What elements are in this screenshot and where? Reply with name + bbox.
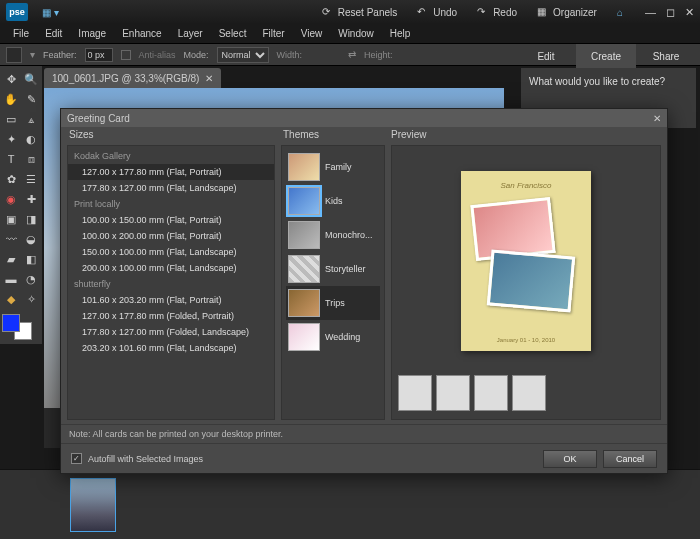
size-option[interactable]: 177.80 x 127.00 mm (Flat, Landscape) xyxy=(68,180,274,196)
cancel-button[interactable]: Cancel xyxy=(603,450,657,468)
themes-list[interactable]: Family Kids Monochro... Storyteller Trip… xyxy=(281,145,385,420)
preview-page-thumb[interactable] xyxy=(512,375,546,411)
document-tab[interactable]: 100_0601.JPG @ 33,3%(RGB/8) ✕ xyxy=(44,68,221,88)
sponge-tool[interactable]: ◆ xyxy=(2,290,20,308)
detail-smart-brush-tool[interactable]: ✧ xyxy=(22,290,40,308)
selection-brush-tool[interactable]: ◐ xyxy=(22,130,40,148)
size-option[interactable]: 203.20 x 101.60 mm (Flat, Landscape) xyxy=(68,340,274,356)
size-option[interactable]: 200.00 x 100.00 mm (Flat, Landscape) xyxy=(68,260,274,276)
zoom-tool[interactable]: 🔍 xyxy=(22,70,40,88)
menu-image[interactable]: Image xyxy=(71,26,113,41)
app-logo: pse xyxy=(6,3,28,21)
magic-wand-tool[interactable]: ✦ xyxy=(2,130,20,148)
width-label: Width: xyxy=(277,50,303,60)
menu-layer[interactable]: Layer xyxy=(171,26,210,41)
theme-option[interactable]: Family xyxy=(286,150,380,184)
mode-select[interactable]: Normal xyxy=(217,47,269,63)
redo-button[interactable]: ↷Redo xyxy=(471,4,523,20)
tab-edit[interactable]: Edit xyxy=(516,44,576,68)
menu-help[interactable]: Help xyxy=(383,26,418,41)
menu-edit[interactable]: Edit xyxy=(38,26,69,41)
theme-option[interactable]: Trips xyxy=(286,286,380,320)
organizer-button[interactable]: ▦Organizer xyxy=(531,4,603,20)
foreground-color-swatch[interactable] xyxy=(2,314,20,332)
themes-header: Themes xyxy=(283,129,391,145)
project-bin xyxy=(0,469,700,539)
clone-stamp-tool[interactable]: ▣ xyxy=(2,210,20,228)
menu-view[interactable]: View xyxy=(294,26,330,41)
menu-window[interactable]: Window xyxy=(331,26,381,41)
color-swatches[interactable] xyxy=(2,314,32,340)
size-option[interactable]: 177.80 x 127.00 mm (Folded, Landscape) xyxy=(68,324,274,340)
paint-bucket-tool[interactable]: ▰ xyxy=(2,250,20,268)
size-group: shutterfly xyxy=(68,276,274,292)
maximize-button[interactable]: ◻ xyxy=(666,6,675,19)
current-tool-icon[interactable] xyxy=(6,47,22,63)
smart-brush-tool[interactable]: ◒ xyxy=(22,230,40,248)
preview-pane: San Francisco January 01 - 10, 2010 xyxy=(391,145,661,420)
preview-page-thumb[interactable] xyxy=(436,375,470,411)
preview-page-thumb[interactable] xyxy=(474,375,508,411)
minimize-button[interactable]: — xyxy=(645,6,656,19)
blur-tool[interactable]: ◔ xyxy=(22,270,40,288)
feather-input[interactable] xyxy=(85,48,113,62)
menu-select[interactable]: Select xyxy=(212,26,254,41)
sizes-list[interactable]: Kodak Gallery 127.00 x 177.80 mm (Flat, … xyxy=(67,145,275,420)
sizes-header: Sizes xyxy=(69,129,283,145)
eyedropper-tool[interactable]: ✎ xyxy=(22,90,40,108)
lasso-tool[interactable]: ⟁ xyxy=(22,110,40,128)
spot-heal-tool[interactable]: ✚ xyxy=(22,190,40,208)
marquee-tool[interactable]: ▭ xyxy=(2,110,20,128)
titlebar: pse ▦ ▾ ⟳Reset Panels ↶Undo ↷Redo ▦Organ… xyxy=(0,0,700,24)
crop-tool[interactable]: ⧈ xyxy=(22,150,40,168)
bin-thumbnail[interactable] xyxy=(70,478,116,532)
hand-tool[interactable]: ✋ xyxy=(2,90,20,108)
cookie-cutter-tool[interactable]: ✿ xyxy=(2,170,20,188)
menu-filter[interactable]: Filter xyxy=(255,26,291,41)
redo-icon: ↷ xyxy=(477,6,489,18)
menu-file[interactable]: File xyxy=(6,26,36,41)
swap-icon[interactable]: ⇄ xyxy=(348,49,356,60)
size-option[interactable]: 150.00 x 100.00 mm (Flat, Landscape) xyxy=(68,244,274,260)
straighten-tool[interactable]: ☰ xyxy=(22,170,40,188)
mode-label: Mode: xyxy=(184,50,209,60)
theme-thumb xyxy=(288,323,320,351)
size-option[interactable]: 100.00 x 150.00 mm (Flat, Portrait) xyxy=(68,212,274,228)
dialog-close-icon[interactable]: ✕ xyxy=(653,113,661,124)
undo-icon: ↶ xyxy=(417,6,429,18)
antialias-label: Anti-alias xyxy=(139,50,176,60)
shape-tool[interactable]: ▬ xyxy=(2,270,20,288)
autofill-checkbox[interactable]: ✓ xyxy=(71,453,82,464)
gradient-tool[interactable]: ◧ xyxy=(22,250,40,268)
preview-page-thumb[interactable] xyxy=(398,375,432,411)
undo-button[interactable]: ↶Undo xyxy=(411,4,463,20)
document-close-icon[interactable]: ✕ xyxy=(205,73,213,84)
grid-icon: ▦ xyxy=(537,6,549,18)
theme-thumb xyxy=(288,221,320,249)
card-title: San Francisco xyxy=(461,181,591,190)
tab-share[interactable]: Share xyxy=(636,44,696,68)
theme-option[interactable]: Kids xyxy=(286,184,380,218)
type-tool[interactable]: T xyxy=(2,150,20,168)
reset-panels-button[interactable]: ⟳Reset Panels xyxy=(316,4,403,20)
workspace-dropdown-icon[interactable]: ▦ ▾ xyxy=(36,5,65,20)
menu-enhance[interactable]: Enhance xyxy=(115,26,168,41)
theme-thumb xyxy=(288,289,320,317)
size-option[interactable]: 100.00 x 200.00 mm (Flat, Portrait) xyxy=(68,228,274,244)
theme-option[interactable]: Storyteller xyxy=(286,252,380,286)
tab-create[interactable]: Create xyxy=(576,44,636,68)
size-option[interactable]: 127.00 x 177.80 mm (Folded, Portrait) xyxy=(68,308,274,324)
size-option[interactable]: 127.00 x 177.80 mm (Flat, Portrait) xyxy=(68,164,274,180)
ok-button[interactable]: OK xyxy=(543,450,597,468)
brush-tool[interactable]: 〰 xyxy=(2,230,20,248)
theme-option[interactable]: Wedding xyxy=(286,320,380,354)
dialog-titlebar[interactable]: Greeting Card ✕ xyxy=(61,109,667,127)
close-button[interactable]: ✕ xyxy=(685,6,694,19)
theme-option[interactable]: Monochro... xyxy=(286,218,380,252)
eraser-tool[interactable]: ◨ xyxy=(22,210,40,228)
size-option[interactable]: 101.60 x 203.20 mm (Flat, Portrait) xyxy=(68,292,274,308)
red-eye-tool[interactable]: ◉ xyxy=(2,190,20,208)
move-tool[interactable]: ✥ xyxy=(2,70,20,88)
home-icon[interactable]: ⌂ xyxy=(611,5,629,20)
antialias-checkbox[interactable] xyxy=(121,50,131,60)
